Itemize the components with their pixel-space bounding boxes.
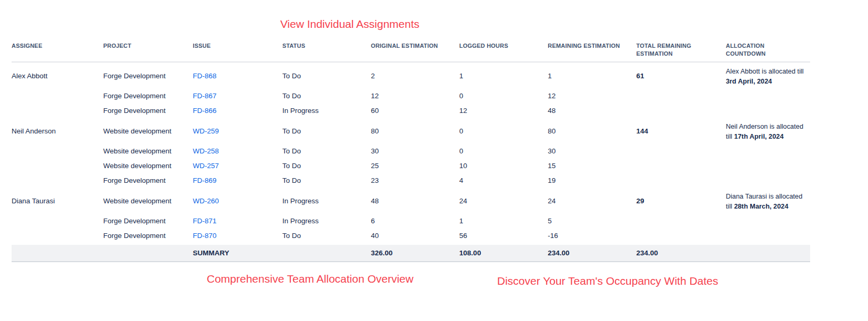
cell-assignee [12, 143, 103, 158]
issue-link[interactable]: WD-259 [193, 127, 219, 135]
cell-logged-hours: 0 [459, 118, 548, 143]
cell-status: In Progress [282, 188, 371, 213]
issue-link[interactable]: FD-868 [193, 72, 216, 80]
issue-link[interactable]: WD-257 [193, 162, 219, 170]
summary-cell-empty [12, 244, 103, 262]
table-row: Website development WD-257 To Do 25 10 1… [12, 158, 810, 173]
cell-project: Forge Development [103, 213, 193, 228]
column-header-total-remaining-estimation: TOTAL REMAINING ESTIMATION [637, 42, 726, 62]
issue-link[interactable]: FD-869 [193, 177, 216, 184]
issue-link[interactable]: FD-867 [193, 92, 216, 100]
table-row: Forge Development FD-866 In Progress 60 … [12, 103, 810, 118]
cell-total-remaining [637, 228, 726, 244]
cell-assignee: Alex Abbott [12, 62, 103, 88]
cell-issue: WD-258 [193, 143, 282, 158]
cell-status: To Do [282, 118, 371, 143]
cell-issue: WD-257 [193, 158, 282, 173]
cell-assignee [12, 173, 103, 188]
cell-allocation-countdown [726, 158, 810, 173]
cell-original-estimation: 25 [371, 158, 459, 173]
table-row: Neil Anderson Website development WD-259… [12, 118, 810, 143]
countdown-date: 17th April, 2024 [734, 132, 783, 140]
cell-logged-hours: 12 [459, 103, 548, 118]
cell-allocation-countdown [726, 228, 810, 244]
summary-row: SUMMARY 326.00 108.00 234.00 234.00 [12, 244, 810, 262]
cell-project: Forge Development [103, 228, 193, 244]
cell-status: To Do [282, 88, 371, 103]
cell-project: Website development [103, 143, 193, 158]
cell-issue: WD-260 [193, 188, 282, 213]
cell-remaining-estimation: 19 [548, 173, 636, 188]
cell-remaining-estimation: 48 [548, 103, 636, 118]
cell-allocation-countdown [726, 213, 810, 228]
cell-allocation-countdown [726, 173, 810, 188]
cell-logged-hours: 10 [459, 158, 548, 173]
cell-issue: FD-869 [193, 173, 282, 188]
cell-original-estimation: 60 [371, 103, 459, 118]
column-header-project: PROJECT [103, 42, 193, 62]
cell-status: To Do [282, 158, 371, 173]
cell-original-estimation: 12 [371, 88, 459, 103]
cell-issue: FD-871 [193, 213, 282, 228]
cell-total-remaining: 29 [637, 188, 726, 213]
caption-team-occupancy-dates: Discover Your Team's Occupancy With Date… [497, 275, 718, 287]
cell-project: Forge Development [103, 173, 193, 188]
cell-original-estimation: 6 [371, 213, 459, 228]
cell-assignee: Diana Taurasi [12, 188, 103, 213]
column-header-assignee: ASSIGNEE [12, 42, 103, 62]
table-row: Alex Abbott Forge Development FD-868 To … [12, 62, 810, 88]
cell-total-remaining [637, 103, 726, 118]
column-header-original-estimation: ORIGINAL ESTIMATION [371, 42, 459, 62]
cell-logged-hours: 1 [459, 62, 548, 88]
cell-issue: FD-870 [193, 228, 282, 244]
summary-logged-hours: 108.00 [459, 244, 548, 262]
summary-original-estimation: 326.00 [371, 244, 459, 262]
cell-original-estimation: 30 [371, 143, 459, 158]
cell-remaining-estimation: 80 [548, 118, 636, 143]
captions: Comprehensive Team Allocation Overview D… [0, 262, 868, 321]
cell-project: Website development [103, 118, 193, 143]
table-row: Diana Taurasi Website development WD-260… [12, 188, 810, 213]
page: View Individual Assignments ASSIGNEE PRO… [0, 0, 868, 321]
table-row: Forge Development FD-870 To Do 40 56 -16 [12, 228, 810, 244]
cell-logged-hours: 56 [459, 228, 548, 244]
cell-total-remaining [637, 158, 726, 173]
cell-allocation-countdown: Diana Taurasi is allocated till 28th Mar… [726, 188, 810, 213]
issue-link[interactable]: FD-871 [193, 217, 216, 225]
table-row: Website development WD-258 To Do 30 0 30 [12, 143, 810, 158]
cell-original-estimation: 2 [371, 62, 459, 88]
cell-total-remaining: 61 [637, 62, 726, 88]
cell-remaining-estimation: 12 [548, 88, 636, 103]
table-row: Forge Development FD-867 To Do 12 0 12 [12, 88, 810, 103]
issue-link[interactable]: WD-258 [193, 147, 219, 155]
cell-logged-hours: 24 [459, 188, 548, 213]
cell-original-estimation: 80 [371, 118, 459, 143]
cell-total-remaining [637, 213, 726, 228]
cell-remaining-estimation: 1 [548, 62, 636, 88]
summary-cell-empty [103, 244, 193, 262]
cell-issue: FD-866 [193, 103, 282, 118]
cell-original-estimation: 40 [371, 228, 459, 244]
cell-total-remaining: 144 [637, 118, 726, 143]
issue-link[interactable]: FD-866 [193, 107, 216, 115]
summary-cell-empty [282, 244, 371, 262]
cell-remaining-estimation: 15 [548, 158, 636, 173]
caption-team-allocation-overview: Comprehensive Team Allocation Overview [207, 273, 413, 285]
table-row: Forge Development FD-869 To Do 23 4 19 [12, 173, 810, 188]
issue-link[interactable]: FD-870 [193, 232, 216, 240]
cell-remaining-estimation: 5 [548, 213, 636, 228]
table-row: Forge Development FD-871 In Progress 6 1… [12, 213, 810, 228]
column-header-remaining-estimation: REMAINING ESTIMATION [548, 42, 636, 62]
cell-status: To Do [282, 143, 371, 158]
summary-label: SUMMARY [193, 244, 282, 262]
cell-remaining-estimation: 24 [548, 188, 636, 213]
issue-link[interactable]: WD-260 [193, 197, 219, 205]
cell-assignee [12, 103, 103, 118]
countdown-date: 28th March, 2024 [734, 202, 788, 210]
summary-remaining-estimation: 234.00 [548, 244, 636, 262]
table-body: Alex Abbott Forge Development FD-868 To … [12, 62, 810, 262]
column-header-status: STATUS [282, 42, 371, 62]
cell-issue: FD-868 [193, 62, 282, 88]
cell-total-remaining [637, 88, 726, 103]
page-title: View Individual Assignments [280, 18, 420, 30]
